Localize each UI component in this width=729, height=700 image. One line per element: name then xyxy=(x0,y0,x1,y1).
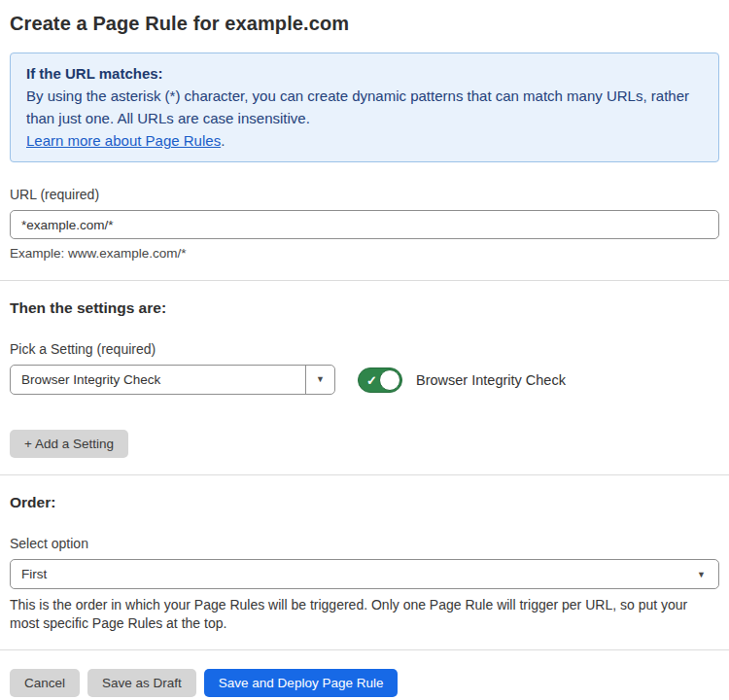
chevron-down-icon: ▼ xyxy=(316,375,325,384)
url-field-label: URL (required) xyxy=(10,187,719,202)
section-divider xyxy=(0,280,729,281)
url-example-hint: Example: www.example.com/* xyxy=(10,246,719,261)
settings-section-heading: Then the settings are: xyxy=(10,299,719,317)
url-input[interactable] xyxy=(10,210,719,239)
order-select-value: First xyxy=(21,567,47,581)
save-as-draft-button[interactable]: Save as Draft xyxy=(87,669,196,697)
info-box-body: By using the asterisk (*) character, you… xyxy=(26,85,703,129)
setting-dropdown-arrow-button[interactable]: ▼ xyxy=(305,366,334,394)
save-and-deploy-button[interactable]: Save and Deploy Page Rule xyxy=(204,669,399,697)
pick-setting-label: Pick a Setting (required) xyxy=(10,341,719,357)
order-section-heading: Order: xyxy=(10,494,719,511)
chevron-down-icon: ▼ xyxy=(697,570,706,578)
setting-dropdown-value: Browser Integrity Check xyxy=(11,366,305,394)
order-select-label: Select option xyxy=(10,536,719,551)
section-divider xyxy=(0,474,729,475)
footer-actions: Cancel Save as Draft Save and Deploy Pag… xyxy=(10,669,719,697)
cancel-button[interactable]: Cancel xyxy=(10,669,80,697)
info-box-heading: If the URL matches: xyxy=(26,62,703,85)
create-page-rule-form: Create a Page Rule for example.com If th… xyxy=(0,0,729,697)
setting-dropdown[interactable]: Browser Integrity Check ▼ xyxy=(10,365,335,395)
page-title: Create a Page Rule for example.com xyxy=(10,12,719,36)
link-period: . xyxy=(221,132,225,149)
add-setting-button[interactable]: + Add a Setting xyxy=(10,430,128,458)
order-select[interactable]: First ▼ xyxy=(10,559,719,589)
order-help-text: This is the order in which your Page Rul… xyxy=(10,596,719,633)
info-box-link-line: Learn more about Page Rules. xyxy=(26,129,703,152)
check-icon: ✓ xyxy=(366,372,377,387)
toggle-knob xyxy=(379,369,400,391)
url-match-info-box: If the URL matches: By using the asteris… xyxy=(10,52,719,162)
learn-more-link[interactable]: Learn more about Page Rules xyxy=(26,132,221,149)
footer-divider xyxy=(0,649,729,650)
setting-toggle[interactable]: ✓ xyxy=(358,368,402,393)
setting-toggle-label: Browser Integrity Check xyxy=(416,372,566,388)
setting-row: Browser Integrity Check ▼ ✓ Browser Inte… xyxy=(10,365,719,395)
